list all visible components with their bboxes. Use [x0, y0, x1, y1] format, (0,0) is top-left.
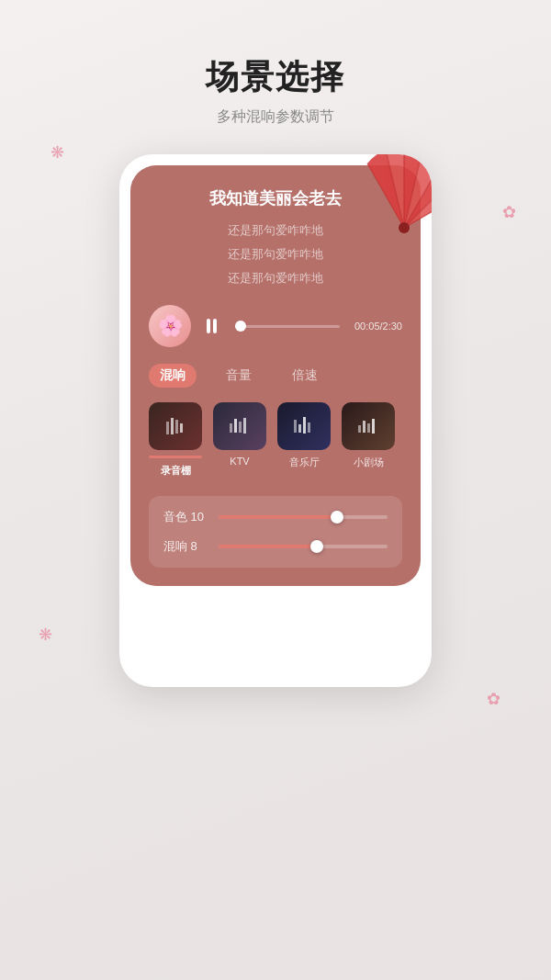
scene-img-theater: [342, 402, 395, 450]
reverb-track: [219, 545, 388, 548]
scene-selected-bar: [149, 456, 202, 458]
scenes-row: 录音棚 KTV: [149, 402, 402, 478]
reverb-fill: [219, 545, 317, 548]
scene-img-ktv: [213, 402, 266, 450]
pause-bar-right: [213, 319, 217, 333]
tone-slider-row: 音色 10: [163, 509, 388, 525]
svg-rect-21: [363, 421, 365, 433]
phone-frame: 我知道美丽会老去 还是那句爱咋咋地 还是那句爱咋咋地 还是那句爱咋咋地 🌸: [119, 154, 432, 687]
progress-thumb: [235, 321, 246, 332]
tone-slider[interactable]: [219, 509, 388, 525]
svg-rect-18: [303, 417, 306, 434]
reverb-thumb: [310, 540, 323, 553]
svg-rect-23: [372, 419, 375, 434]
tab-reverb[interactable]: 混响: [149, 364, 197, 388]
svg-rect-16: [294, 420, 297, 433]
svg-rect-9: [171, 418, 174, 434]
svg-rect-8: [166, 422, 169, 434]
sakura-deco-4: ✿: [487, 689, 500, 709]
tone-thumb: [331, 511, 343, 524]
reverb-slider[interactable]: [219, 538, 388, 555]
sakura-deco-2: ✿: [502, 202, 516, 222]
scene-ktv[interactable]: KTV: [213, 402, 266, 478]
header-area: 场景选择 多种混响参数调节: [0, 0, 551, 145]
page-subtitle: 多种混响参数调节: [0, 107, 551, 127]
progress-track: [235, 325, 340, 328]
svg-rect-13: [234, 419, 237, 433]
pause-bar-left: [207, 319, 210, 333]
scene-label-theater: 小剧场: [354, 456, 384, 469]
tab-speed[interactable]: 倍速: [281, 364, 329, 388]
avatar: 🌸: [149, 305, 191, 347]
scene-theater[interactable]: 小剧场: [342, 402, 395, 478]
tone-track: [219, 515, 388, 519]
progress-container[interactable]: [235, 318, 340, 334]
play-pause-button[interactable]: [200, 313, 226, 339]
svg-rect-19: [308, 422, 310, 433]
time-display: 00:05/2:30: [354, 321, 402, 332]
sakura-deco-3: ❋: [39, 625, 52, 645]
tab-volume[interactable]: 音量: [215, 364, 263, 388]
fan-decoration: [340, 154, 432, 255]
svg-rect-11: [180, 423, 183, 433]
svg-rect-12: [230, 423, 232, 433]
sakura-deco-1: ❋: [51, 142, 64, 163]
svg-point-7: [399, 222, 410, 233]
reverb-slider-row: 混响 8: [163, 538, 388, 555]
lyric-line-3: 还是那句爱咋咋地: [149, 270, 402, 287]
reverb-label: 混响 8: [163, 538, 209, 555]
tabs-row: 混响 音量 倍速: [149, 364, 402, 388]
sliders-area: 音色 10 混响 8: [149, 496, 402, 568]
scene-label-concert: 音乐厅: [289, 456, 320, 469]
scene-concert[interactable]: 音乐厅: [277, 402, 331, 478]
scene-recording[interactable]: 录音棚: [149, 402, 202, 478]
player-row: 🌸 00:05/2:30: [149, 305, 402, 347]
scene-img-recording: [149, 402, 202, 450]
svg-rect-22: [367, 423, 370, 433]
tone-label: 音色 10: [163, 509, 209, 525]
scene-label-ktv: KTV: [230, 456, 249, 467]
scene-label-recording: 录音棚: [161, 464, 191, 478]
svg-rect-15: [243, 418, 246, 434]
page-title: 场景选择: [0, 55, 551, 100]
svg-rect-10: [175, 420, 178, 434]
pause-icon: [207, 318, 219, 334]
avatar-emoji: 🌸: [158, 314, 183, 338]
tone-fill: [219, 515, 337, 519]
svg-rect-14: [239, 422, 242, 433]
svg-rect-20: [358, 425, 361, 433]
scene-img-concert: [277, 402, 331, 450]
svg-rect-17: [298, 424, 301, 433]
